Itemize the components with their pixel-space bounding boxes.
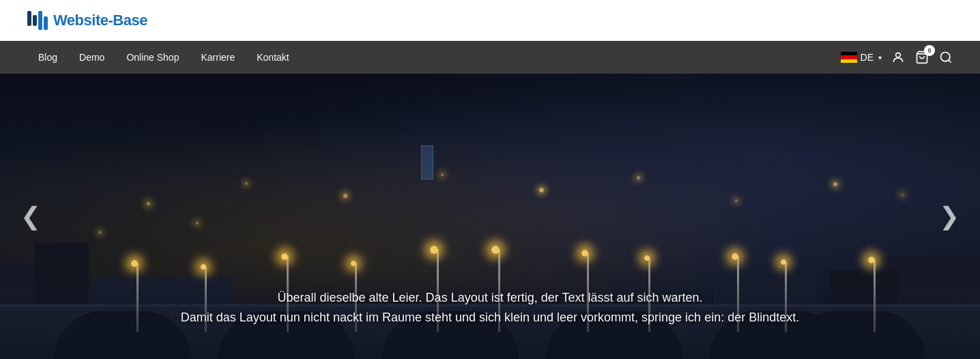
user-icon[interactable]	[891, 51, 905, 64]
nav-link-demo[interactable]: Demo	[68, 41, 115, 74]
nav-item-demo[interactable]: Demo	[68, 41, 115, 74]
site-header: Website-Base	[0, 0, 980, 41]
nav-link-online-shop[interactable]: Online Shop	[115, 41, 190, 74]
nav-item-blog[interactable]: Blog	[27, 41, 68, 74]
language-caret-icon: ▾	[878, 54, 882, 61]
nav-right: DE ▾ 0	[841, 51, 953, 64]
search-icon[interactable]	[939, 51, 953, 64]
svg-point-2	[941, 53, 950, 61]
cart-icon[interactable]: 0	[914, 51, 929, 64]
hero-caption-line2: Damit das Layout nun nicht nackt im Raum…	[181, 311, 799, 325]
slider-prev-button[interactable]: ❮	[14, 195, 48, 238]
nav-link-kontakt[interactable]: Kontakt	[246, 41, 300, 74]
nav-item-online-shop[interactable]: Online Shop	[115, 41, 190, 74]
hero-caption: Überall dieselbe alte Leier. Das Layout …	[181, 291, 799, 359]
cart-badge: 0	[924, 45, 935, 56]
logo-link[interactable]: Website-Base	[27, 11, 147, 30]
svg-line-3	[949, 60, 951, 63]
logo-text: Website-Base	[53, 12, 147, 29]
nav-item-karriere[interactable]: Karriere	[190, 41, 246, 74]
slider-next-button[interactable]: ❯	[932, 195, 966, 238]
nav-link-blog[interactable]: Blog	[27, 41, 68, 74]
hero-slider: Überall dieselbe alte Leier. Das Layout …	[0, 74, 980, 359]
language-label: DE	[861, 52, 874, 63]
nav-links: Blog Demo Online Shop Karriere Kontakt	[27, 41, 300, 74]
svg-point-0	[896, 53, 901, 57]
nav-item-kontakt[interactable]: Kontakt	[246, 41, 300, 74]
flag-icon-de	[841, 52, 857, 63]
logo-icon	[27, 11, 48, 30]
language-selector[interactable]: DE ▾	[841, 52, 882, 63]
main-nav: Blog Demo Online Shop Karriere Kontakt D…	[0, 41, 980, 74]
distant-structure	[421, 145, 433, 180]
hero-caption-line1: Überall dieselbe alte Leier. Das Layout …	[181, 291, 799, 305]
nav-link-karriere[interactable]: Karriere	[190, 41, 246, 74]
